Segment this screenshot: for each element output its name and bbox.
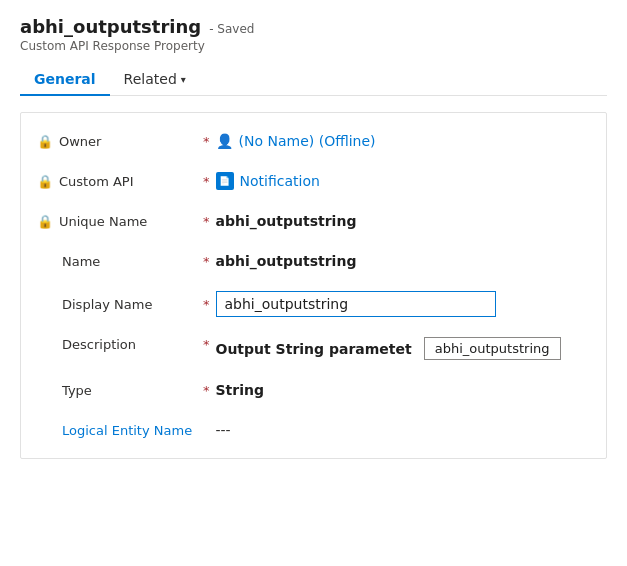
custom-api-value-col: 📄 Notification — [216, 172, 591, 190]
description-label: Description — [62, 337, 136, 352]
tab-general-label: General — [34, 71, 96, 87]
field-owner: 🔒 Owner * 👤 (No Name) (Offline) — [21, 121, 606, 161]
display-name-label: Display Name — [62, 297, 152, 312]
tab-related-label: Related — [124, 71, 177, 87]
logical-entity-label: Logical Entity Name — [62, 423, 192, 438]
unique-name-value-col: abhi_outputstring — [216, 213, 591, 229]
page-title: abhi_outputstring — [20, 16, 201, 37]
tab-general[interactable]: General — [20, 63, 110, 95]
user-icon: 👤 — [216, 133, 233, 149]
name-value-col: abhi_outputstring — [216, 253, 591, 269]
type-label-col: Type — [37, 383, 197, 398]
custom-api-label: Custom API — [59, 174, 134, 189]
owner-label-col: 🔒 Owner — [37, 134, 197, 149]
tabs-bar: General Related ▾ — [20, 63, 607, 96]
type-value-col: String — [216, 382, 591, 398]
custom-api-value[interactable]: Notification — [240, 173, 320, 189]
display-name-value-col — [216, 291, 591, 317]
type-required: * — [203, 383, 210, 398]
description-tooltip: abhi_outputstring — [424, 337, 561, 360]
field-unique-name: 🔒 Unique Name * abhi_outputstring — [21, 201, 606, 241]
owner-label: Owner — [59, 134, 101, 149]
logical-entity-label-col: Logical Entity Name — [37, 423, 197, 438]
name-value: abhi_outputstring — [216, 253, 357, 269]
title-row: abhi_outputstring - Saved — [20, 16, 607, 37]
tab-related[interactable]: Related ▾ — [110, 63, 200, 95]
unique-name-label-col: 🔒 Unique Name — [37, 214, 197, 229]
display-name-input[interactable] — [216, 291, 496, 317]
description-value: Output String parametet — [216, 341, 412, 357]
custom-api-required: * — [203, 174, 210, 189]
name-required: * — [203, 254, 210, 269]
type-label: Type — [62, 383, 92, 398]
field-description: Description * Output String parametet ab… — [21, 327, 606, 370]
owner-value-col: 👤 (No Name) (Offline) — [216, 133, 591, 149]
form-section: 🔒 Owner * 👤 (No Name) (Offline) 🔒 Custom… — [20, 112, 607, 459]
description-label-col: Description — [37, 337, 197, 352]
display-name-label-col: Display Name — [37, 297, 197, 312]
saved-badge: - Saved — [209, 22, 254, 36]
description-value-col: Output String parametet abhi_outputstrin… — [216, 337, 591, 360]
name-label: Name — [62, 254, 100, 269]
unique-name-value: abhi_outputstring — [216, 213, 357, 229]
description-required: * — [203, 337, 210, 352]
field-custom-api: 🔒 Custom API * 📄 Notification — [21, 161, 606, 201]
chevron-down-icon: ▾ — [181, 74, 186, 85]
display-name-required: * — [203, 297, 210, 312]
field-name: Name * abhi_outputstring — [21, 241, 606, 281]
lock-icon-custom-api: 🔒 — [37, 174, 53, 189]
type-value: String — [216, 382, 264, 398]
field-logical-entity-name: Logical Entity Name * --- — [21, 410, 606, 450]
field-type: Type * String — [21, 370, 606, 410]
api-icon: 📄 — [216, 172, 234, 190]
unique-name-label: Unique Name — [59, 214, 147, 229]
owner-value[interactable]: (No Name) (Offline) — [239, 133, 376, 149]
logical-entity-value-col: --- — [216, 422, 591, 438]
unique-name-required: * — [203, 214, 210, 229]
page-subtitle: Custom API Response Property — [20, 39, 607, 53]
lock-icon-owner: 🔒 — [37, 134, 53, 149]
header: abhi_outputstring - Saved Custom API Res… — [0, 0, 627, 96]
description-wrapper: Output String parametet abhi_outputstrin… — [216, 337, 561, 360]
lock-icon-unique-name: 🔒 — [37, 214, 53, 229]
field-display-name: Display Name * — [21, 281, 606, 327]
page-container: abhi_outputstring - Saved Custom API Res… — [0, 0, 627, 566]
logical-entity-value: --- — [216, 422, 231, 438]
owner-required: * — [203, 134, 210, 149]
custom-api-label-col: 🔒 Custom API — [37, 174, 197, 189]
name-label-col: Name — [37, 254, 197, 269]
